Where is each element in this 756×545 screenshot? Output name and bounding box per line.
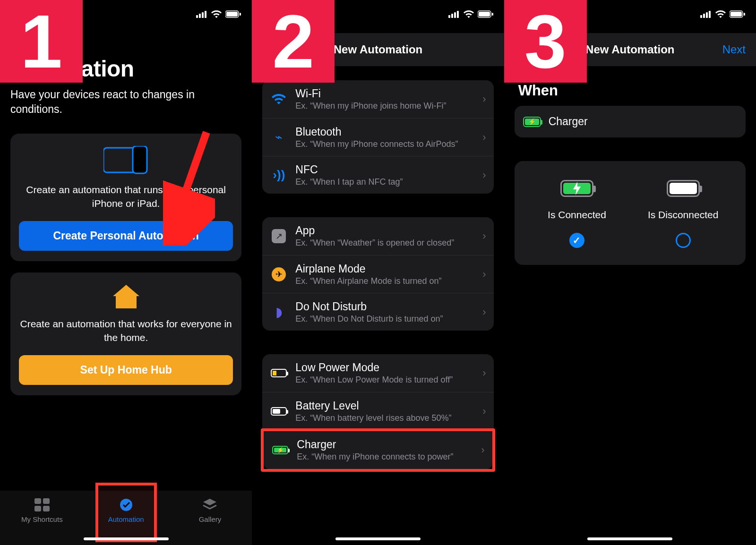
chevron-right-icon: › — [482, 230, 486, 242]
nfc-icon: ›)) — [270, 166, 288, 184]
trigger-wifi[interactable]: Wi-FiEx. “When my iPhone joins home Wi-F… — [262, 80, 493, 118]
setup-home-hub-button[interactable]: Set Up Home Hub — [19, 355, 233, 385]
screen-1: 1 Automation Have your devices react to … — [0, 0, 252, 545]
battery-connected-icon — [560, 180, 593, 197]
chevron-right-icon: › — [482, 169, 486, 181]
battery-charging-icon: ⚡ — [272, 446, 288, 454]
svg-rect-10 — [34, 498, 41, 504]
svg-rect-11 — [43, 498, 50, 504]
page-subtitle: Have your devices react to changes in co… — [10, 87, 241, 117]
svg-rect-0 — [196, 15, 198, 18]
tab-label: My Shortcuts — [21, 515, 63, 523]
chevron-right-icon: › — [482, 93, 486, 105]
airplane-icon: ✈ — [272, 267, 286, 281]
trigger-charger[interactable]: ⚡ ChargerEx. “When my iPhone connects to… — [264, 431, 492, 469]
svg-rect-1 — [199, 14, 201, 18]
battery-half-icon — [271, 407, 287, 416]
svg-rect-21 — [492, 13, 493, 16]
home-indicator — [84, 537, 169, 540]
trigger-group-battery: Low Power ModeEx. “When Low Power Mode i… — [262, 354, 493, 430]
svg-line-9 — [172, 132, 206, 231]
svg-rect-28 — [744, 13, 745, 16]
bluetooth-icon: ⌁ — [270, 128, 288, 146]
svg-rect-13 — [43, 506, 50, 511]
step-badge-2: 2 — [252, 0, 335, 83]
devices-icon — [103, 146, 149, 174]
radio-checked-icon — [569, 233, 584, 248]
tab-gallery[interactable]: Gallery — [177, 497, 243, 523]
chevron-right-icon: › — [482, 306, 486, 318]
trigger-airplane-mode[interactable]: ✈ Airplane ModeEx. “When Airplane Mode i… — [262, 255, 493, 293]
chevron-right-icon: › — [481, 444, 484, 456]
svg-rect-20 — [479, 12, 490, 17]
app-icon: ↗ — [272, 229, 286, 243]
status-bar — [196, 9, 241, 19]
battery-disconnected-icon — [667, 180, 700, 197]
battery-charging-icon: ⚡ — [523, 117, 541, 127]
home-indicator — [335, 537, 421, 540]
step-badge-1: 1 — [0, 0, 83, 83]
svg-rect-22 — [700, 15, 702, 18]
svg-rect-5 — [226, 12, 238, 17]
selected-trigger-label: Charger — [549, 115, 588, 128]
tab-label: Gallery — [199, 515, 222, 523]
trigger-app[interactable]: ↗ AppEx. “When “Weather” is opened or cl… — [262, 217, 493, 255]
trigger-do-not-disturb[interactable]: ◗ Do Not DisturbEx. “When Do Not Disturb… — [262, 293, 493, 331]
option-is-disconnected[interactable]: Is Disconnected — [636, 180, 730, 248]
svg-rect-3 — [205, 11, 206, 18]
status-bar — [448, 9, 494, 19]
option-is-connected[interactable]: Is Connected — [530, 180, 624, 248]
svg-rect-25 — [709, 11, 711, 18]
home-icon — [113, 285, 139, 308]
chevron-right-icon: › — [482, 367, 486, 379]
trigger-group-settings: ↗ AppEx. “When “Weather” is opened or cl… — [262, 217, 493, 331]
step-badge-3: 3 — [504, 0, 587, 83]
svg-rect-27 — [730, 12, 742, 17]
trigger-bluetooth[interactable]: ⌁ BluetoothEx. “When my iPhone connects … — [262, 118, 493, 156]
svg-rect-2 — [202, 12, 204, 18]
chevron-right-icon: › — [482, 131, 486, 144]
svg-rect-23 — [703, 14, 705, 18]
charger-options-card: Is Connected Is Disconnected — [515, 161, 746, 265]
selected-trigger-row[interactable]: ⚡ Charger — [515, 106, 746, 137]
tab-my-shortcuts[interactable]: My Shortcuts — [9, 497, 75, 523]
moon-icon: ◗ — [270, 303, 288, 321]
svg-rect-6 — [240, 13, 241, 16]
svg-rect-15 — [448, 15, 450, 18]
radio-unchecked-icon — [676, 233, 691, 248]
annotation-arrow — [163, 128, 215, 246]
annotation-highlight-row: ⚡ ChargerEx. “When my iPhone connects to… — [261, 428, 495, 472]
screen-2: 2 New Automation Wi-FiEx. “When my iPhon… — [252, 0, 504, 545]
trigger-battery-level[interactable]: Battery LevelEx. “When battery level ris… — [262, 392, 493, 430]
home-indicator — [587, 537, 672, 540]
wifi-icon — [272, 94, 286, 104]
screen-3: 3 New Automation Next When ⚡ Charger Is … — [504, 0, 756, 545]
annotation-highlight-tab — [95, 483, 157, 542]
home-automation-card: Create an automation that works for ever… — [10, 272, 241, 395]
section-when-title: When — [518, 82, 742, 99]
svg-rect-12 — [34, 506, 41, 511]
svg-rect-8 — [133, 146, 147, 173]
chevron-right-icon: › — [482, 268, 486, 281]
status-bar — [700, 9, 746, 19]
trigger-low-power-mode[interactable]: Low Power ModeEx. “When Low Power Mode i… — [262, 354, 493, 392]
svg-rect-17 — [454, 12, 456, 18]
svg-rect-24 — [706, 12, 708, 18]
chevron-right-icon: › — [482, 405, 486, 417]
trigger-nfc[interactable]: ›)) NFCEx. “When I tap an NFC tag” › — [262, 156, 493, 194]
svg-rect-16 — [451, 14, 453, 18]
home-card-text: Create an automation that works for ever… — [19, 317, 233, 345]
battery-low-icon — [271, 369, 287, 377]
trigger-group-connectivity: Wi-FiEx. “When my iPhone joins home Wi-F… — [262, 80, 493, 194]
svg-rect-18 — [457, 11, 459, 18]
